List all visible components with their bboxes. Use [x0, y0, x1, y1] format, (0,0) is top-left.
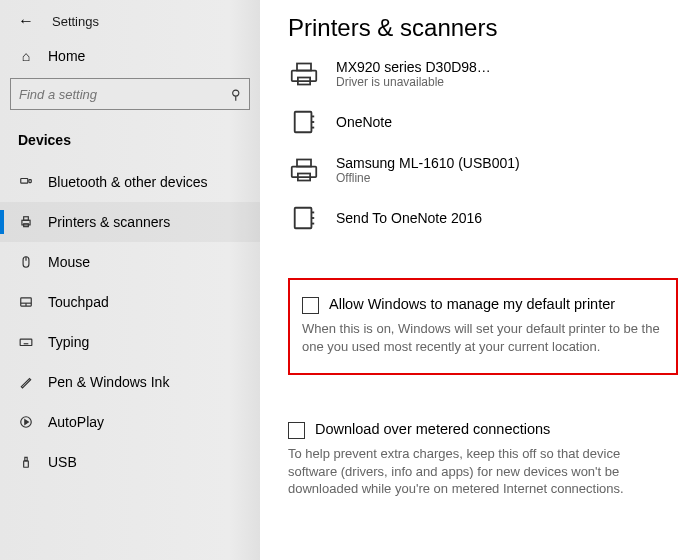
sidebar-item-label: Bluetooth & other devices: [48, 174, 208, 190]
svg-rect-19: [25, 457, 27, 461]
settings-sidebar: ← Settings ⌂ Home ⚲ Devices Bluetooth & …: [0, 0, 260, 560]
keyboard-icon: [18, 335, 34, 349]
sidebar-item-mouse[interactable]: Mouse: [0, 242, 260, 282]
search-container: ⚲: [0, 74, 260, 122]
sidebar-item-label: Touchpad: [48, 294, 109, 310]
sidebar-item-printers[interactable]: Printers & scanners: [0, 202, 260, 242]
svg-rect-28: [297, 160, 311, 167]
svg-rect-18: [24, 461, 29, 467]
sidebar-header: ← Settings: [0, 0, 260, 38]
svg-rect-0: [21, 179, 28, 184]
pen-icon: [18, 375, 34, 389]
svg-rect-21: [297, 64, 311, 71]
sidebar-item-label: Printers & scanners: [48, 214, 170, 230]
default-printer-section: Allow Windows to manage my default print…: [288, 278, 678, 375]
sidebar-item-label: Pen & Windows Ink: [48, 374, 169, 390]
device-row[interactable]: MX920 series D30D98… Driver is unavailab…: [288, 50, 668, 98]
device-row[interactable]: Send To OneNote 2016: [288, 194, 668, 242]
device-text: OneNote: [336, 114, 392, 130]
svg-rect-20: [292, 71, 317, 82]
metered-section: Download over metered connections To hel…: [288, 421, 668, 498]
device-name: OneNote: [336, 114, 392, 130]
onenote-icon: [288, 202, 320, 234]
printer-device-icon: [288, 154, 320, 186]
sidebar-item-pen[interactable]: Pen & Windows Ink: [0, 362, 260, 402]
page-title: Printers & scanners: [288, 14, 668, 42]
usb-icon: [18, 455, 34, 469]
device-row[interactable]: Samsung ML-1610 (USB001) Offline: [288, 146, 668, 194]
device-name: MX920 series D30D98…: [336, 59, 491, 75]
sidebar-item-label: Typing: [48, 334, 89, 350]
checkbox-icon[interactable]: [288, 422, 305, 439]
svg-rect-30: [295, 208, 312, 228]
sidebar-item-bluetooth[interactable]: Bluetooth & other devices: [0, 162, 260, 202]
sidebar-item-label: Mouse: [48, 254, 90, 270]
device-status: Driver is unavailable: [336, 75, 491, 89]
device-text: MX920 series D30D98… Driver is unavailab…: [336, 59, 491, 89]
checkbox-icon[interactable]: [302, 297, 319, 314]
metered-desc: To help prevent extra charges, keep this…: [288, 445, 668, 498]
sidebar-item-label: USB: [48, 454, 77, 470]
home-icon: ⌂: [18, 48, 34, 64]
svg-rect-23: [295, 112, 312, 132]
sidebar-item-label: AutoPlay: [48, 414, 104, 430]
metered-check[interactable]: Download over metered connections: [288, 421, 668, 439]
onenote-icon: [288, 106, 320, 138]
back-icon[interactable]: ←: [18, 12, 34, 30]
sidebar-item-autoplay[interactable]: AutoPlay: [0, 402, 260, 442]
device-name: Samsung ML-1610 (USB001): [336, 155, 520, 171]
metered-label: Download over metered connections: [315, 421, 550, 437]
category-label: Devices: [0, 122, 260, 162]
device-name: Send To OneNote 2016: [336, 210, 482, 226]
printer-device-icon: [288, 58, 320, 90]
sidebar-item-touchpad[interactable]: Touchpad: [0, 282, 260, 322]
search-icon: ⚲: [231, 87, 241, 102]
touchpad-icon: [18, 295, 34, 309]
search-box[interactable]: ⚲: [10, 78, 250, 110]
printer-icon: [18, 215, 34, 229]
svg-rect-1: [29, 180, 31, 183]
default-printer-check[interactable]: Allow Windows to manage my default print…: [302, 296, 664, 314]
sidebar-item-usb[interactable]: USB: [0, 442, 260, 482]
device-status: Offline: [336, 171, 520, 185]
main-panel: Printers & scanners MX920 series D30D98……: [260, 0, 680, 560]
default-printer-desc: When this is on, Windows will set your d…: [302, 320, 664, 355]
bluetooth-icon: [18, 175, 34, 189]
home-label: Home: [48, 48, 85, 64]
search-input[interactable]: [19, 87, 231, 102]
svg-marker-17: [25, 420, 28, 425]
autoplay-icon: [18, 415, 34, 429]
svg-rect-27: [292, 167, 317, 178]
mouse-icon: [18, 255, 34, 269]
device-text: Samsung ML-1610 (USB001) Offline: [336, 155, 520, 185]
nav-list: Bluetooth & other devices Printers & sca…: [0, 162, 260, 482]
app-title: Settings: [52, 14, 99, 29]
device-text: Send To OneNote 2016: [336, 210, 482, 226]
svg-rect-3: [24, 217, 29, 221]
home-nav[interactable]: ⌂ Home: [0, 38, 260, 74]
default-printer-label: Allow Windows to manage my default print…: [329, 296, 615, 312]
device-row[interactable]: OneNote: [288, 98, 668, 146]
svg-rect-10: [20, 339, 32, 345]
sidebar-item-typing[interactable]: Typing: [0, 322, 260, 362]
